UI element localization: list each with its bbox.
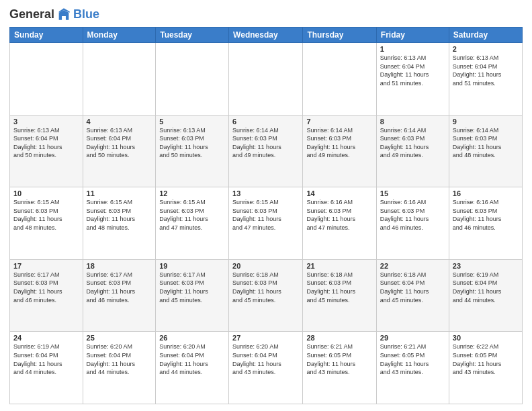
day-info: Sunrise: 6:20 AMSunset: 6:04 PMDaylight:… [232,342,299,376]
day-info: Sunrise: 6:13 AMSunset: 6:04 PMDaylight:… [13,126,79,160]
day-number: 14 [306,189,372,197]
col-header-wednesday: Wednesday [229,28,303,43]
day-cell: 18Sunrise: 6:17 AMSunset: 6:03 PMDayligh… [83,259,156,332]
logo-general-text: General [9,7,54,21]
day-number: 7 [306,118,372,126]
day-cell: 13Sunrise: 6:15 AMSunset: 6:03 PMDayligh… [229,187,303,260]
day-cell: 22Sunrise: 6:18 AMSunset: 6:04 PMDayligh… [376,259,449,332]
day-number: 10 [13,189,79,197]
col-header-thursday: Thursday [303,28,376,43]
day-cell: 10Sunrise: 6:15 AMSunset: 6:03 PMDayligh… [10,187,83,260]
day-number: 27 [232,334,299,342]
week-row-4: 17Sunrise: 6:17 AMSunset: 6:03 PMDayligh… [10,259,523,332]
day-cell: 21Sunrise: 6:18 AMSunset: 6:03 PMDayligh… [303,259,376,332]
day-info: Sunrise: 6:14 AMSunset: 6:03 PMDaylight:… [306,126,372,160]
day-cell: 16Sunrise: 6:16 AMSunset: 6:03 PMDayligh… [449,187,522,260]
day-cell [10,43,83,116]
day-info: Sunrise: 6:14 AMSunset: 6:03 PMDaylight:… [453,126,519,160]
col-header-saturday: Saturday [449,28,522,43]
header: General Blue [9,7,523,21]
week-row-1: 1Sunrise: 6:13 AMSunset: 6:04 PMDaylight… [10,43,523,116]
day-number: 21 [306,262,372,270]
day-info: Sunrise: 6:14 AMSunset: 6:03 PMDaylight:… [380,126,445,160]
day-number: 16 [453,189,519,197]
logo-icon [56,7,71,21]
day-cell: 12Sunrise: 6:15 AMSunset: 6:03 PMDayligh… [156,187,229,260]
day-cell [229,43,303,116]
day-cell: 6Sunrise: 6:14 AMSunset: 6:03 PMDaylight… [229,115,303,187]
day-number: 19 [159,262,225,270]
day-info: Sunrise: 6:15 AMSunset: 6:03 PMDaylight:… [87,198,152,232]
day-cell: 27Sunrise: 6:20 AMSunset: 6:04 PMDayligh… [229,332,303,404]
day-info: Sunrise: 6:13 AMSunset: 6:04 PMDaylight:… [380,54,445,87]
day-cell: 3Sunrise: 6:13 AMSunset: 6:04 PMDaylight… [10,115,83,187]
day-cell: 9Sunrise: 6:14 AMSunset: 6:03 PMDaylight… [449,115,522,187]
day-cell: 17Sunrise: 6:17 AMSunset: 6:03 PMDayligh… [10,259,83,332]
day-cell: 29Sunrise: 6:21 AMSunset: 6:05 PMDayligh… [376,332,449,404]
calendar: SundayMondayTuesdayWednesdayThursdayFrid… [9,27,523,404]
day-cell: 1Sunrise: 6:13 AMSunset: 6:04 PMDaylight… [376,43,449,116]
col-header-friday: Friday [376,28,449,43]
day-number: 17 [13,262,79,270]
day-cell: 23Sunrise: 6:19 AMSunset: 6:04 PMDayligh… [449,259,522,332]
col-header-monday: Monday [83,28,156,43]
day-number: 24 [13,334,79,342]
page: General Blue SundayMondayTuesdayWednesda… [0,0,532,411]
day-number: 23 [453,262,519,270]
day-cell: 5Sunrise: 6:13 AMSunset: 6:03 PMDaylight… [156,115,229,187]
day-number: 9 [453,118,519,126]
day-cell: 8Sunrise: 6:14 AMSunset: 6:03 PMDaylight… [376,115,449,187]
week-row-3: 10Sunrise: 6:15 AMSunset: 6:03 PMDayligh… [10,187,523,260]
day-number: 4 [87,118,152,126]
day-info: Sunrise: 6:17 AMSunset: 6:03 PMDaylight:… [159,271,225,304]
day-info: Sunrise: 6:15 AMSunset: 6:03 PMDaylight:… [159,198,225,232]
day-cell: 11Sunrise: 6:15 AMSunset: 6:03 PMDayligh… [83,187,156,260]
day-number: 22 [380,262,445,270]
day-info: Sunrise: 6:17 AMSunset: 6:03 PMDaylight:… [87,271,152,304]
day-cell [156,43,229,116]
logo-text: General Blue [9,7,99,21]
day-number: 26 [159,334,225,342]
logo: General Blue [9,7,99,21]
day-info: Sunrise: 6:16 AMSunset: 6:03 PMDaylight:… [306,198,372,232]
day-number: 1 [380,45,445,53]
day-info: Sunrise: 6:20 AMSunset: 6:04 PMDaylight:… [159,342,225,376]
day-cell: 24Sunrise: 6:19 AMSunset: 6:04 PMDayligh… [10,332,83,404]
day-cell: 30Sunrise: 6:22 AMSunset: 6:05 PMDayligh… [449,332,522,404]
day-info: Sunrise: 6:13 AMSunset: 6:04 PMDaylight:… [453,54,519,87]
day-cell: 7Sunrise: 6:14 AMSunset: 6:03 PMDaylight… [303,115,376,187]
day-number: 5 [159,118,225,126]
day-info: Sunrise: 6:21 AMSunset: 6:05 PMDaylight:… [306,342,372,376]
day-number: 15 [380,189,445,197]
day-info: Sunrise: 6:14 AMSunset: 6:03 PMDaylight:… [232,126,299,160]
day-cell [303,43,376,116]
col-header-sunday: Sunday [10,28,83,43]
day-number: 6 [232,118,299,126]
day-number: 13 [232,189,299,197]
day-info: Sunrise: 6:21 AMSunset: 6:05 PMDaylight:… [380,342,445,376]
day-info: Sunrise: 6:15 AMSunset: 6:03 PMDaylight:… [232,198,299,232]
day-cell: 28Sunrise: 6:21 AMSunset: 6:05 PMDayligh… [303,332,376,404]
day-info: Sunrise: 6:22 AMSunset: 6:05 PMDaylight:… [453,342,519,376]
day-info: Sunrise: 6:13 AMSunset: 6:03 PMDaylight:… [159,126,225,160]
week-row-2: 3Sunrise: 6:13 AMSunset: 6:04 PMDaylight… [10,115,523,187]
day-number: 25 [87,334,152,342]
day-number: 29 [380,334,445,342]
day-number: 12 [159,189,225,197]
day-info: Sunrise: 6:19 AMSunset: 6:04 PMDaylight:… [453,271,519,304]
day-number: 30 [453,334,519,342]
day-cell: 2Sunrise: 6:13 AMSunset: 6:04 PMDaylight… [449,43,522,116]
day-cell: 15Sunrise: 6:16 AMSunset: 6:03 PMDayligh… [376,187,449,260]
day-number: 11 [87,189,152,197]
day-info: Sunrise: 6:16 AMSunset: 6:03 PMDaylight:… [453,198,519,232]
day-number: 8 [380,118,445,126]
week-row-5: 24Sunrise: 6:19 AMSunset: 6:04 PMDayligh… [10,332,523,404]
day-number: 28 [306,334,372,342]
day-info: Sunrise: 6:18 AMSunset: 6:04 PMDaylight:… [380,271,445,304]
day-info: Sunrise: 6:18 AMSunset: 6:03 PMDaylight:… [232,271,299,304]
day-number: 18 [87,262,152,270]
day-info: Sunrise: 6:17 AMSunset: 6:03 PMDaylight:… [13,271,79,304]
day-cell: 14Sunrise: 6:16 AMSunset: 6:03 PMDayligh… [303,187,376,260]
day-number: 3 [13,118,79,126]
day-info: Sunrise: 6:18 AMSunset: 6:03 PMDaylight:… [306,271,372,304]
